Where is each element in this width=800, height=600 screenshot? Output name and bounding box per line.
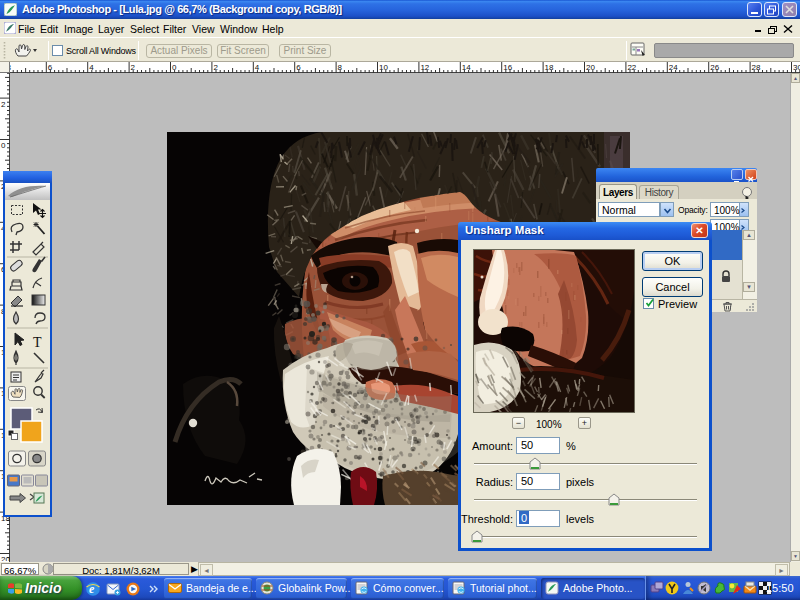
svg-text:20: 20 [1, 555, 10, 561]
svg-text:26: 26 [710, 63, 719, 72]
svg-text:18: 18 [545, 63, 554, 72]
svg-text:14: 14 [462, 63, 471, 72]
svg-text:24: 24 [669, 63, 678, 72]
svg-text:0: 0 [1, 141, 6, 150]
svg-text:20: 20 [586, 63, 595, 72]
svg-text:T: T [33, 335, 42, 350]
svg-text:8: 8 [338, 63, 343, 72]
svg-text:6: 6 [296, 63, 301, 72]
svg-text:0: 0 [172, 63, 177, 72]
svg-text:2: 2 [213, 63, 218, 72]
svg-text:28: 28 [752, 63, 761, 72]
svg-text:2: 2 [131, 63, 136, 72]
svg-text:16: 16 [503, 63, 512, 72]
svg-text:4: 4 [89, 63, 94, 72]
svg-text:4: 4 [255, 63, 260, 72]
svg-text:2: 2 [1, 100, 6, 109]
svg-text:10: 10 [379, 63, 388, 72]
svg-text:30: 30 [793, 63, 800, 72]
svg-text:6: 6 [48, 63, 53, 72]
svg-text:12: 12 [420, 63, 429, 72]
svg-text:22: 22 [627, 63, 636, 72]
